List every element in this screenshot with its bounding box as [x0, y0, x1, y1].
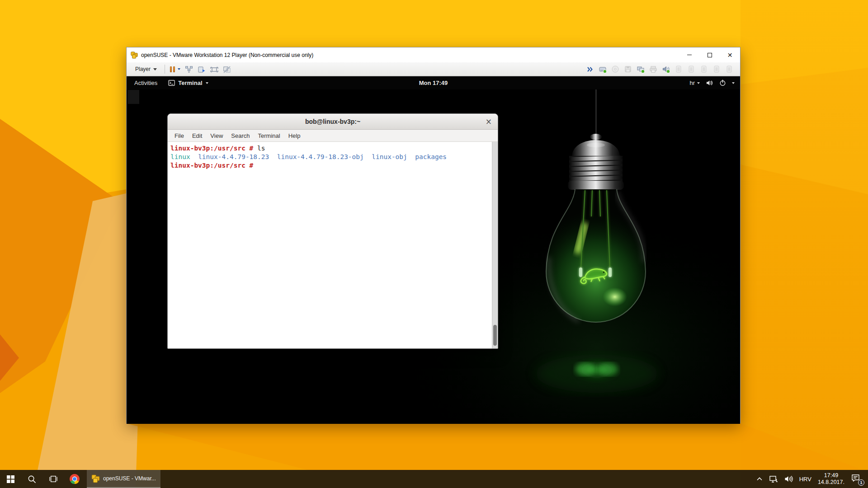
desktop: openSUSE - VMware Workstation 12 Player …	[0, 0, 868, 488]
app-menu-terminal[interactable]: Terminal	[168, 80, 208, 86]
fullscreen-icon[interactable]	[208, 64, 219, 74]
usb-device-5-icon[interactable]	[725, 65, 734, 74]
chrome-icon[interactable]	[64, 470, 85, 488]
tray-time: 17:49	[818, 472, 844, 479]
bulb-reflection	[536, 355, 658, 393]
keyboard-layout-label: hr	[689, 80, 695, 86]
terminal-scrollbar[interactable]	[492, 142, 498, 348]
keyboard-layout-indicator[interactable]: hr	[689, 80, 700, 86]
minimize-button[interactable]	[679, 48, 699, 62]
player-menu-button[interactable]: Player	[131, 64, 161, 75]
usb-device-1-icon[interactable]	[675, 65, 683, 74]
menu-item-help[interactable]: Help	[284, 131, 305, 141]
menu-item-view[interactable]: View	[206, 131, 227, 141]
toolbar-overflow-icon[interactable]	[586, 65, 594, 74]
vmware-icon	[91, 474, 100, 483]
taskbar-vmware-task[interactable]: openSUSE - VMwar...	[87, 470, 160, 488]
close-button[interactable]: ✕	[720, 48, 740, 62]
language-indicator[interactable]: HRV	[799, 476, 811, 483]
terminal-window: bob@linux-bv3p:~ × FileEditViewSearchTer…	[167, 113, 498, 349]
menu-item-file[interactable]: File	[170, 131, 188, 141]
sound-card-icon[interactable]	[662, 65, 670, 74]
start-button[interactable]	[0, 470, 21, 488]
gnome-clock[interactable]: Mon 17:49	[419, 80, 448, 86]
terminal-titlebar[interactable]: bob@linux-bv3p:~ ×	[168, 114, 498, 130]
activities-button[interactable]: Activities	[132, 79, 159, 87]
taskbar-task-label: openSUSE - VMwar...	[103, 475, 156, 482]
usb-device-2-icon[interactable]	[687, 65, 696, 74]
tray-chevron-up-icon[interactable]	[756, 476, 763, 482]
toolbar-separator	[165, 65, 165, 74]
task-view-icon	[49, 475, 58, 483]
vmware-app-icon	[131, 52, 138, 59]
search-icon	[28, 475, 36, 483]
volume-icon[interactable]	[784, 475, 793, 483]
suspend-menu-caret[interactable]	[178, 68, 180, 70]
app-menu-label: Terminal	[178, 80, 202, 86]
menu-item-terminal[interactable]: Terminal	[254, 131, 284, 141]
notification-badge: 1	[858, 479, 864, 486]
usb-device-3-icon[interactable]	[700, 65, 708, 74]
manage-devices-icon[interactable]	[196, 64, 207, 74]
vmware-window-title: openSUSE - VMware Workstation 12 Player …	[141, 52, 679, 58]
task-view-button[interactable]	[42, 470, 64, 488]
terminal-line: linux-bv3p:/usr/src #	[170, 161, 489, 170]
vmware-titlebar[interactable]: openSUSE - VMware Workstation 12 Player …	[127, 47, 740, 62]
vmware-window: openSUSE - VMware Workstation 12 Player …	[126, 47, 741, 423]
chevron-down-icon[interactable]	[732, 82, 735, 84]
network-adapter-icon[interactable]	[637, 65, 645, 74]
chevron-down-icon	[206, 82, 208, 84]
unity-mode-icon[interactable]	[221, 64, 232, 74]
power-icon[interactable]	[719, 80, 726, 86]
system-tray: HRV 17:49 14.8.2017. 1	[756, 472, 868, 486]
printer-icon[interactable]	[649, 65, 658, 74]
vm-display[interactable]: Activities Terminal Mon 17:49 hr	[127, 76, 740, 424]
volume-icon[interactable]	[706, 80, 713, 86]
chevron-down-icon	[697, 82, 700, 84]
terminal-icon	[168, 80, 175, 86]
windows-taskbar: openSUSE - VMwar... HRV 17:49 14.8.2017.	[0, 470, 868, 488]
windows-logo-icon	[7, 475, 14, 483]
menu-item-search[interactable]: Search	[227, 131, 254, 141]
terminal-title: bob@linux-bv3p:~	[305, 118, 360, 125]
vmware-toolbar: Player	[127, 62, 740, 76]
network-icon[interactable]	[769, 475, 778, 483]
chevron-down-icon	[153, 68, 157, 70]
player-menu-label: Player	[135, 66, 151, 72]
scrollbar-thumb[interactable]	[493, 325, 497, 346]
action-center-button[interactable]: 1	[851, 474, 863, 484]
hard-disk-icon[interactable]	[599, 65, 607, 74]
menu-item-edit[interactable]: Edit	[188, 131, 206, 141]
desktop-artifact	[127, 90, 139, 104]
terminal-line: linux-bv3p:/usr/src # ls	[170, 144, 489, 153]
gnome-top-bar: Activities Terminal Mon 17:49 hr	[127, 76, 740, 89]
terminal-close-button[interactable]: ×	[486, 114, 492, 129]
send-ctrl-alt-del-icon[interactable]	[183, 64, 194, 74]
terminal-line: linux linux-4.4.79-18.23 linux-4.4.79-18…	[170, 153, 489, 161]
usb-device-4-icon[interactable]	[712, 65, 721, 74]
floppy-icon[interactable]	[624, 65, 632, 74]
terminal-menubar: FileEditViewSearchTerminalHelp	[168, 130, 498, 142]
tray-date: 14.8.2017.	[818, 479, 844, 486]
terminal-content[interactable]: linux-bv3p:/usr/src # lslinux linux-4.4.…	[168, 142, 498, 348]
maximize-button[interactable]	[699, 48, 720, 62]
tray-clock[interactable]: 17:49 14.8.2017.	[818, 472, 844, 486]
suspend-button[interactable]	[169, 66, 176, 73]
cd-dvd-icon[interactable]	[611, 65, 620, 74]
search-button[interactable]	[21, 470, 42, 488]
